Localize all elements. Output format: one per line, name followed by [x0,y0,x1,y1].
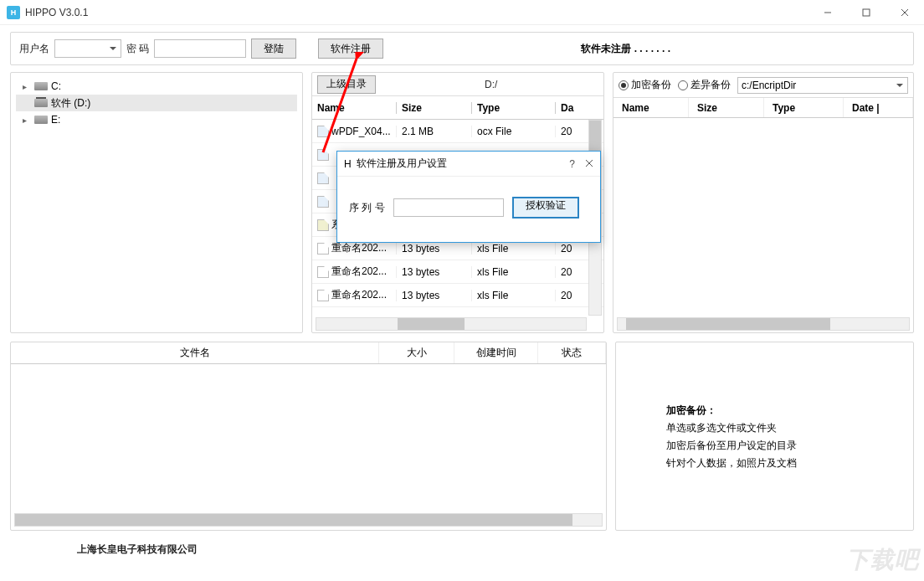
help-line: 加密后备份至用户设定的目录 [666,440,797,451]
col-size[interactable]: 大小 [379,342,454,363]
col-type[interactable]: Type [471,102,555,114]
radio-diff-backup[interactable]: 差异备份 [678,78,731,92]
close-button[interactable] [886,0,924,25]
up-directory-button[interactable]: 上级目录 [317,75,376,94]
status-table-header: 文件名 大小 创建时间 状态 [11,342,606,364]
file-type: xls File [471,290,555,301]
app-icon: H [344,158,352,170]
file-icon [317,243,329,255]
file-name: 重命名202... [331,241,387,255]
file-row[interactable]: 重命名202...13 bytesxls File20 [312,284,603,307]
drive-icon [34,116,48,124]
file-icon [317,149,329,161]
file-type: ocx File [471,126,555,137]
maximize-button[interactable] [847,0,886,25]
col-file[interactable]: 文件名 [11,342,379,363]
serial-input[interactable] [393,198,504,217]
tree-item-c[interactable]: ▸ C: [16,78,297,95]
status-panel: 文件名 大小 创建时间 状态 [10,342,607,531]
tree-item-d[interactable]: ▸ 软件 (D:) [16,95,297,111]
current-path: D:/ [485,79,497,90]
password-label: 密 码 [126,42,149,56]
backup-hscrollbar[interactable] [617,317,910,331]
app-icon: H [7,6,20,19]
drive-tree-panel: ▸ C: ▸ 软件 (D:) ▸ E: [10,72,303,333]
col-state[interactable]: 状态 [538,342,606,363]
expand-icon[interactable]: ▸ [23,116,31,125]
file-name: 重命名202... [331,265,387,279]
tree-label: 软件 (D:) [51,96,90,111]
file-hscrollbar[interactable] [316,317,587,331]
col-created[interactable]: 创建时间 [454,342,538,363]
minimize-button[interactable] [808,0,847,25]
file-row[interactable]: wPDF_X04...2.1 MBocx File20 [312,120,603,143]
register-dialog: H 软件注册及用户设置 ? 序 列 号 授权验证 [336,151,601,243]
file-row[interactable]: 重命名202...13 bytesxls File20 [312,260,603,284]
dialog-help-button[interactable]: ? [569,158,575,170]
backup-dir-combo[interactable]: c:/EncriptDir [737,77,908,94]
dialog-titlebar[interactable]: H 软件注册及用户设置 ? [337,152,600,177]
file-icon [317,266,329,278]
svg-rect-1 [863,9,870,16]
password-input[interactable] [154,39,246,58]
file-icon [317,196,329,208]
help-line: 单选或多选文件或文件夹 [666,422,777,434]
col-date[interactable]: Date | [844,98,913,117]
file-size: 13 bytes [396,243,471,255]
file-date: 20 [555,266,588,278]
login-button[interactable]: 登陆 [251,39,296,59]
col-name[interactable]: Name [613,98,689,117]
backup-table-header: Name Size Type Date | [613,98,913,118]
tree-label: C: [51,80,61,92]
file-size: 2.1 MB [396,126,471,137]
file-date: 20 [555,126,588,137]
file-size: 13 bytes [396,290,471,301]
footer-company: 上海长皇电子科技有限公司 [10,531,914,557]
file-table-header: Name Size Type Da [312,96,603,120]
tree-label: E: [51,114,60,126]
file-icon [317,290,329,301]
file-icon [317,126,329,137]
expand-icon[interactable]: ▸ [23,82,31,91]
col-date[interactable]: Da [555,102,588,114]
drive-icon [34,99,48,107]
help-title: 加密备份： [666,404,716,416]
file-date: 20 [555,290,588,301]
file-type: xls File [471,266,555,278]
window-title: HIPPO V3.0.1 [25,7,88,18]
serial-label: 序 列 号 [349,201,385,215]
radio-encrypt-backup[interactable]: 加密备份 [619,78,671,92]
register-status: 软件未注册 . . . . . . . [581,42,670,56]
help-line: 针对个人数据，如照片及文档 [666,457,797,469]
file-date: 20 [555,243,588,255]
file-icon [317,219,329,231]
drive-icon [34,82,48,90]
col-size[interactable]: Size [396,102,471,114]
dialog-title: 软件注册及用户设置 [357,157,447,171]
dialog-close-button[interactable] [585,158,593,170]
window-titlebar: H HIPPO V3.0.1 [0,0,924,25]
file-size: 13 bytes [396,266,471,278]
watermark: 下载吧 [846,544,919,576]
register-button[interactable]: 软件注册 [318,39,383,59]
col-name[interactable]: Name [312,102,396,114]
status-hscrollbar[interactable] [14,513,603,527]
file-name: 重命名202... [331,288,387,302]
username-combo[interactable] [54,39,121,58]
help-panel: 加密备份： 单选或多选文件或文件夹 加密后备份至用户设定的目录 针对个人数据，如… [615,342,914,531]
tree-item-e[interactable]: ▸ E: [16,111,297,128]
username-label: 用户名 [19,42,49,56]
login-panel: 用户名 密 码 登陆 软件注册 软件未注册 . . . . . . . [10,32,914,65]
col-type[interactable]: Type [764,98,844,117]
verify-button[interactable]: 授权验证 [512,197,579,219]
col-size[interactable]: Size [689,98,764,117]
file-icon [317,172,329,184]
file-name: wPDF_X04... [331,126,391,137]
backup-panel: 加密备份 差异备份 c:/EncriptDir Name Size Type D… [613,72,914,333]
file-type: xls File [471,243,555,255]
